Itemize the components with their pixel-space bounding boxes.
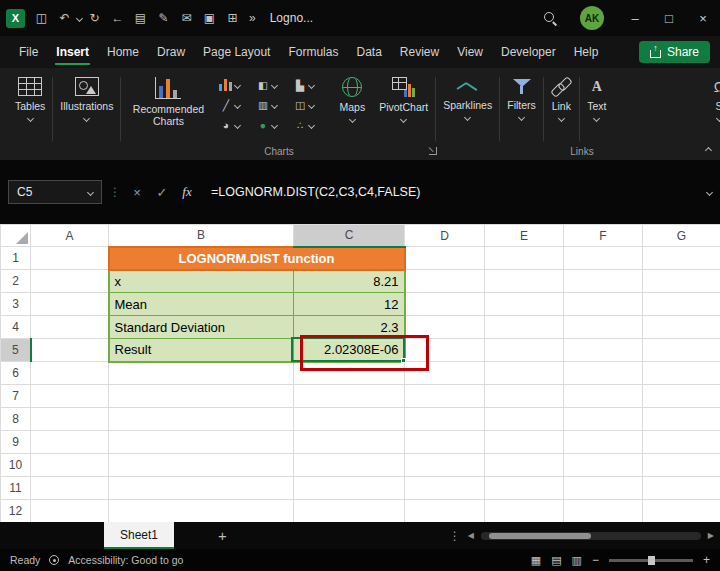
cell[interactable] [564,362,643,385]
share-button[interactable]: Share [639,41,710,63]
row-header-10[interactable]: 10 [1,454,31,477]
cell[interactable] [109,500,294,523]
statistic-chart-button[interactable]: ▥ [256,99,291,111]
cell[interactable] [294,477,405,500]
minimize-button[interactable]: – [618,0,652,36]
cell[interactable] [485,293,564,316]
column-header-c[interactable]: C [294,225,405,247]
horizontal-scrollbar-thumb[interactable] [489,533,591,539]
pivotchart-button[interactable]: PivotChart [372,75,435,124]
cell[interactable] [31,431,109,454]
chevron-down-icon[interactable] [76,14,83,21]
redo-icon[interactable]: ↻ [84,8,105,29]
zoom-out-button[interactable]: − [592,553,599,567]
text-button[interactable]: A Text [580,75,614,123]
tables-button[interactable]: Tables [8,75,52,123]
scatter-chart-button[interactable]: ∴ [293,119,328,131]
cell[interactable] [485,454,564,477]
cell[interactable] [485,477,564,500]
zoom-slider[interactable] [609,559,693,562]
link-button[interactable]: Link [544,75,579,123]
enter-icon[interactable]: ✓ [153,185,171,200]
camera-icon[interactable]: ▣ [199,8,220,29]
cell[interactable] [564,408,643,431]
cell[interactable] [643,247,720,270]
combo-chart-button[interactable]: ◫ [293,99,328,111]
cell[interactable] [31,339,109,362]
tab-page-layout[interactable]: Page Layout [194,38,279,66]
cell[interactable] [294,362,405,385]
cell[interactable] [109,362,294,385]
cell[interactable] [31,477,109,500]
add-sheet-button[interactable]: + [218,527,227,544]
expand-formula-bar-icon[interactable] [706,188,713,195]
cell[interactable] [405,293,485,316]
name-box[interactable]: C5 [8,180,102,204]
cell[interactable] [405,454,485,477]
qat-overflow-button[interactable]: » [249,11,256,25]
cell[interactable] [31,408,109,431]
cell[interactable] [31,316,109,339]
cell[interactable] [564,431,643,454]
cell[interactable] [109,385,294,408]
cell[interactable] [485,408,564,431]
cell[interactable] [485,316,564,339]
row-header-6[interactable]: 6 [1,362,31,385]
cell-c2-value[interactable]: 8.21 [294,270,405,293]
filled-map-chart-button[interactable]: ● [256,119,291,131]
page-break-view-button[interactable]: ▥ [572,554,582,567]
cell[interactable] [294,431,405,454]
cell[interactable] [405,431,485,454]
back-icon[interactable]: ← [107,8,128,29]
scroll-right-button[interactable]: ▶ [708,531,714,540]
cell[interactable] [294,454,405,477]
tab-insert[interactable]: Insert [47,38,98,66]
row-header-7[interactable]: 7 [1,385,31,408]
pen-icon[interactable]: ✎ [153,8,174,29]
cell[interactable] [31,500,109,523]
document-icon[interactable]: ▤ [130,8,151,29]
cell[interactable] [31,362,109,385]
cell[interactable] [485,339,564,362]
filters-button[interactable]: Filters [500,75,543,122]
formula-input[interactable]: =LOGNORM.DIST(C2,C3,C4,FALSE) [203,185,700,199]
tab-data[interactable]: Data [347,38,390,66]
tab-help[interactable]: Help [565,38,608,66]
cancel-icon[interactable]: × [128,185,146,200]
cell[interactable] [405,339,485,362]
column-header-g[interactable]: G [643,225,720,247]
cell-c4-value[interactable]: 2.3 [294,316,405,339]
cell[interactable] [485,270,564,293]
cell[interactable] [643,293,720,316]
page-layout-view-button[interactable]: ▤ [551,554,561,567]
zoom-in-button[interactable]: + [703,553,710,567]
row-header-1[interactable]: 1 [1,247,31,270]
cell[interactable] [643,477,720,500]
cell[interactable] [109,454,294,477]
save-icon[interactable]: ◫ [31,8,52,29]
normal-view-button[interactable]: ▦ [531,554,541,567]
tab-review[interactable]: Review [391,38,448,66]
cell[interactable] [31,385,109,408]
waterfall-chart-button[interactable]: ▙ [293,79,328,91]
maximize-button[interactable]: □ [652,0,686,36]
cell-b2-label[interactable]: x [109,270,294,293]
tab-view[interactable]: View [448,38,492,66]
row-header-11[interactable]: 11 [1,477,31,500]
cell[interactable] [564,385,643,408]
cell-b4-label[interactable]: Standard Deviation [109,316,294,339]
cell[interactable] [643,408,720,431]
cell[interactable] [405,477,485,500]
row-header-9[interactable]: 9 [1,431,31,454]
mail-icon[interactable]: ✉ [176,8,197,29]
column-chart-button[interactable] [219,79,254,91]
cell-c3-value[interactable]: 12 [294,293,405,316]
cell[interactable] [294,500,405,523]
horizontal-scrollbar[interactable] [481,532,701,540]
hierarchy-chart-button[interactable]: ◧ [256,79,291,91]
search-icon[interactable] [543,11,558,26]
cell[interactable] [564,454,643,477]
insert-function-button[interactable]: fx [178,184,196,200]
cell[interactable] [643,316,720,339]
tab-draw[interactable]: Draw [148,38,194,66]
